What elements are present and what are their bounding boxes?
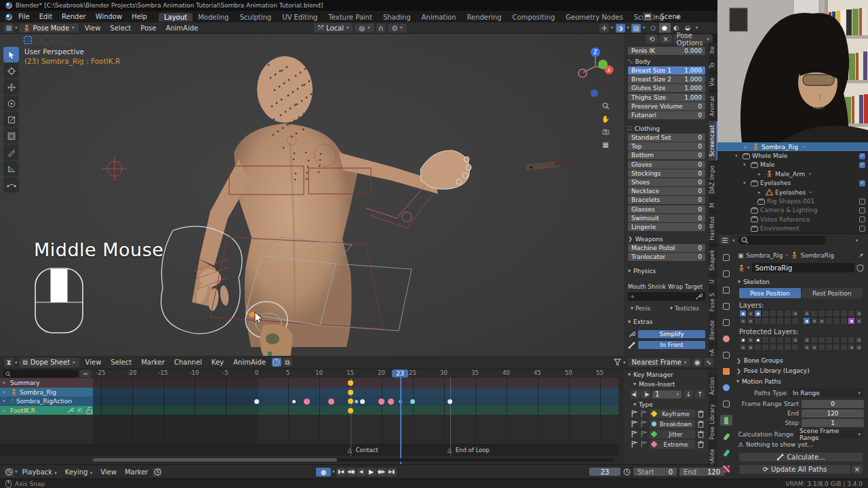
panel-skeleton[interactable]: ▾Skeleton [738, 277, 770, 286]
layer-cell[interactable] [754, 344, 762, 351]
layer-cell[interactable] [754, 336, 762, 344]
clothing-slider[interactable]: Bracelets0 [628, 196, 705, 204]
marker-triangle[interactable]: △ [348, 447, 352, 453]
zoom-icon[interactable] [601, 102, 610, 110]
mouth-target-field[interactable]: ⌖ [628, 292, 705, 301]
keyframe-dot[interactable] [410, 399, 415, 404]
npanel-tab[interactable]: DAZ Impo [709, 161, 717, 198]
nav-gizmo[interactable]: Z X [573, 44, 618, 90]
pivot-point-dropdown[interactable]: ◎▾ [355, 24, 374, 33]
layer-cell[interactable] [833, 336, 840, 344]
dope-menu-item[interactable]: Channel [170, 358, 207, 367]
keyframe-dot[interactable] [348, 399, 353, 404]
properties-tab-icon[interactable] [720, 382, 732, 393]
layer-cell[interactable] [848, 344, 855, 351]
outliner-row[interactable]: Camera & Lighting ⌁ ✓ [717, 206, 868, 215]
workspace-tab[interactable]: Layout [159, 13, 193, 22]
npanel-tab[interactable]: Blende [709, 316, 717, 344]
section-clothing[interactable]: ⛶Clothing [628, 124, 705, 133]
layer-cell[interactable] [754, 317, 762, 325]
outliner-row[interactable]: ▾ Eyelashes ⌁ ✓ [717, 179, 868, 188]
npanel-tab[interactable]: Vie [709, 73, 717, 90]
npanel-tab[interactable]: M [709, 199, 717, 211]
body-slider[interactable]: Futanari0 [628, 111, 705, 119]
clothing-slider[interactable]: Bottom0 [628, 151, 705, 159]
layer-cell[interactable] [762, 317, 769, 325]
layer-cell[interactable] [754, 310, 762, 317]
workspace-tab[interactable]: UV Editing [277, 13, 323, 22]
properties-tab-icon[interactable] [720, 350, 732, 361]
layer-cell[interactable] [776, 344, 784, 351]
outliner-row[interactable]: ▸ Sombra_Rig ⌁ ✓ [717, 142, 868, 151]
copy-pose-icon[interactable] [24, 36, 32, 44]
layer-cell[interactable] [833, 310, 840, 317]
checkbox-unchecked[interactable] [859, 216, 865, 222]
layer-cell[interactable] [818, 317, 825, 325]
clothing-slider[interactable]: Swimsuit0 [628, 214, 705, 222]
next-key-icon[interactable]: ●▶ [377, 468, 387, 476]
outliner-row[interactable]: ▾ Whole Male ⌁ ✓ [717, 151, 868, 160]
checkbox-unchecked[interactable] [859, 199, 865, 205]
channel-footik[interactable]: ▸FootIK.R ✓ [0, 406, 93, 415]
clothing-slider[interactable]: Gloves0 [628, 161, 705, 169]
collapsed-panel[interactable]: ❯Bone Groups [736, 355, 865, 365]
jump-left-icon[interactable]: ◀▏ [631, 390, 640, 399]
dope-mode-dropdown[interactable]: ⧉ Dope Sheet▾ [19, 358, 79, 367]
outliner-row[interactable]: Video Reference ⌁ ✓ [717, 215, 868, 224]
npanel-tab[interactable]: HairMod [709, 212, 717, 244]
layer-cell[interactable] [848, 310, 855, 317]
section-extras[interactable]: ▾Extras [628, 317, 705, 326]
layer-cell[interactable] [784, 310, 791, 317]
properties-tab-icon[interactable] [720, 366, 732, 377]
flag-outline-icon[interactable] [640, 441, 648, 448]
properties-filter-icon[interactable]: ▾ [856, 238, 859, 243]
pan-hand-icon[interactable]: ✋ [601, 115, 610, 123]
layer-cell[interactable] [803, 317, 810, 325]
checkbox-checked[interactable]: ✓ [859, 180, 865, 186]
layer-cell[interactable] [739, 344, 747, 351]
keyframe-dot[interactable] [328, 399, 334, 405]
section-weapons[interactable]: ❯Weapons [628, 235, 705, 243]
jump-end-icon[interactable]: ▶▮ [387, 468, 397, 476]
sub-panel-toggle[interactable]: ▾Testicles [667, 304, 705, 312]
paste-pose-icon[interactable] [33, 36, 41, 44]
dope-menu-item[interactable]: View [81, 358, 106, 367]
jump-right-icon[interactable]: ▕▶ [641, 390, 650, 399]
channel-summary[interactable]: ▾Summary [0, 378, 93, 388]
auto-snap-icon[interactable] [272, 358, 281, 367]
channel-search-input[interactable] [3, 370, 79, 378]
npanel-tab[interactable]: Ite [709, 42, 717, 58]
persp-toggle-dot[interactable] [591, 89, 598, 97]
end-field[interactable]: 120 [802, 409, 864, 418]
layer-cell[interactable] [776, 317, 784, 325]
keyframe-dot[interactable] [292, 400, 296, 403]
id-name-field[interactable]: SombraRig [752, 263, 854, 272]
trash-icon[interactable] [697, 420, 705, 428]
workspace-tab[interactable]: Shading [378, 13, 416, 22]
key-type-button[interactable]: Jitter [650, 430, 695, 439]
npanel-tab[interactable]: Shapek [709, 245, 717, 274]
layer-cell[interactable] [840, 310, 848, 317]
current-frame-field[interactable]: 23 [589, 468, 620, 476]
autokey-record-icon[interactable]: ● [316, 468, 331, 476]
expand-toggle-icon[interactable]: ↔ [80, 370, 91, 378]
keyframe-dot[interactable] [378, 399, 384, 405]
properties-tab-icon[interactable] [720, 447, 732, 458]
layer-cell[interactable] [848, 336, 855, 344]
keyframe-dot[interactable] [348, 380, 353, 386]
layer-cell[interactable] [825, 344, 833, 351]
dope-menu-item[interactable]: Key [207, 358, 229, 367]
properties-tab-icon[interactable] [720, 268, 732, 279]
annotate-tool[interactable] [3, 144, 19, 160]
outliner-row[interactable]: Rig Shapes.001 ⌁ ✓ [717, 197, 868, 205]
dope-hscroll-thumb[interactable] [93, 458, 337, 462]
layer-cell[interactable] [810, 344, 818, 351]
sub-panel-toggle[interactable]: ▾Penis [628, 304, 666, 312]
clear-paths-x-button[interactable]: × [852, 465, 863, 474]
pose-tool-icon[interactable] [52, 36, 60, 44]
properties-tab-icon[interactable] [720, 252, 732, 263]
properties-tab-icon[interactable] [720, 399, 732, 409]
proportional-edit-dropdown[interactable]: ⊙▾ [388, 24, 407, 33]
ortho-grid-icon[interactable]: ▦ [601, 140, 610, 149]
channel-lock-icon[interactable] [85, 407, 93, 414]
